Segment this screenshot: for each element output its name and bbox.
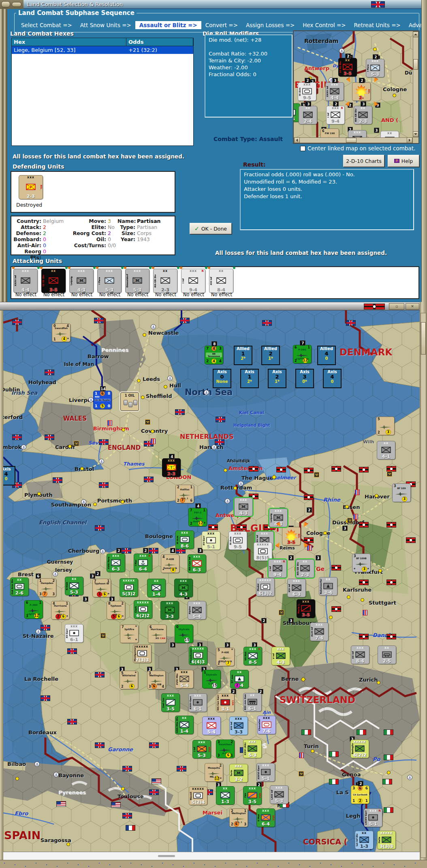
ground-unit-counter[interactable]: XXXXII Garr6-1 bbox=[65, 624, 83, 643]
air-unit-counter[interactable]: 6HurricaneXIICAN bbox=[148, 624, 167, 643]
ground-unit-counter[interactable]: XXXT2-3 bbox=[162, 458, 181, 477]
ground-unit-counter[interactable]: XXXI Para5-3 bbox=[97, 269, 122, 293]
map-close-button[interactable]: ✕ bbox=[406, 303, 419, 310]
ground-unit-counter[interactable]: XXXXX5(3)2 bbox=[120, 578, 138, 597]
center-map-checkbox[interactable] bbox=[300, 146, 305, 151]
attacking-unit-slot[interactable]: XXXI Para5-3No effect bbox=[97, 268, 123, 297]
attacking-unit-slot[interactable]: XXXI InfR9-4No effect bbox=[181, 268, 207, 297]
ground-unit-counter[interactable]: XXXM3-3 bbox=[160, 601, 179, 620]
ground-unit-counter[interactable]: XX1-3 bbox=[216, 786, 235, 805]
air-unit-counter[interactable]: 0Skytrain15 bbox=[175, 624, 193, 643]
side-info-box[interactable]: Allied40 bbox=[317, 346, 336, 365]
air-unit-counter[interactable]: 5*Whirlwind26 bbox=[120, 671, 138, 689]
subphase-step[interactable]: Att Snow Units => bbox=[76, 21, 135, 29]
ground-unit-counter[interactable]: XXXXXClark6(2)2 bbox=[134, 600, 152, 619]
ground-unit-counter[interactable]: XX bbox=[380, 131, 399, 137]
ground-unit-counter[interactable]: XXXXIV Inf6-3 bbox=[287, 579, 306, 597]
ground-unit-counter[interactable]: XXXIII Inf8-4 bbox=[209, 269, 233, 293]
hex-list-header[interactable]: Hex Odds bbox=[12, 38, 193, 46]
air-unit-counter[interactable]: 2MosquitoMk. VI*12 bbox=[205, 763, 223, 782]
ground-unit-counter[interactable]: XXXVII MotR8-5 bbox=[243, 647, 262, 665]
ground-unit-counter[interactable]: XXXI InfR9-4 bbox=[181, 269, 205, 293]
ground-unit-counter[interactable]: XX4th GB Div2-3 bbox=[354, 106, 372, 124]
ground-unit-counter[interactable]: XX1-4 bbox=[147, 579, 166, 597]
map-vscrollbar[interactable] bbox=[421, 313, 426, 858]
ground-unit-counter[interactable]: XXXXIII Inf3-3 bbox=[229, 716, 248, 735]
ground-unit-counter[interactable]: XX4th GB Div2-3 bbox=[153, 269, 177, 293]
side-info-box[interactable]: Allied12* bbox=[234, 346, 252, 365]
air-unit-counter[interactable]: 41HurricaneIID*26 bbox=[51, 601, 70, 620]
attacking-unit-slot[interactable]: XX4th GB Div2-3No effect bbox=[153, 268, 179, 297]
ground-unit-counter[interactable]: XXXXX8(5)5 bbox=[254, 542, 272, 561]
ground-unit-counter[interactable]: XXXM4-3 bbox=[234, 498, 253, 516]
ground-unit-counter[interactable]: XXXIII Arm9-5 bbox=[228, 531, 247, 550]
burning-hex-counter[interactable]: 3-5BEL bbox=[282, 527, 301, 545]
ship-unit-counter[interactable]: 743BB Tennessee244 bbox=[205, 346, 223, 364]
air-unit-counter[interactable]: 3Bf 1093 bbox=[392, 483, 411, 502]
ground-unit-counter[interactable]: XXXXXXVI Garr5-1 bbox=[256, 763, 275, 782]
ground-unit-counter[interactable]: XXXI InfR9-4 bbox=[326, 106, 345, 124]
air-unit-counter[interactable]: 3Bf 109B**3 bbox=[352, 554, 371, 572]
minimap-vscrollbar[interactable] bbox=[413, 31, 418, 137]
minimap-scroll-left-icon[interactable] bbox=[294, 137, 300, 143]
ground-unit-counter[interactable]: XXXXXMontgomery7(3)3 bbox=[133, 644, 152, 663]
ground-unit-counter[interactable]: XXXXXBadoglio4(2)2 bbox=[350, 740, 369, 758]
map-hslider[interactable] bbox=[158, 855, 175, 857]
air-unit-counter[interactable]: 1SkytrainC-4715 bbox=[202, 670, 221, 688]
ground-unit-counter[interactable]: XX2nd Arm Div2-6 bbox=[10, 577, 29, 596]
ground-unit-counter[interactable]: XXXI MarR6-4 bbox=[134, 554, 152, 572]
ground-unit-counter[interactable]: XX10 SS Div3-5 bbox=[41, 269, 66, 293]
attacking-unit-slot[interactable]: XX10 SS Div3-5No effect bbox=[41, 268, 67, 297]
ground-unit-counter[interactable]: XXXIII Arm9-5 bbox=[298, 82, 316, 101]
ground-unit-counter[interactable]: XXXI Para5-3 bbox=[366, 59, 384, 77]
ground-unit-counter[interactable]: XX57 mm2-42 bbox=[230, 670, 249, 688]
ground-unit-counter[interactable]: XXXIII Arm8-6 bbox=[175, 530, 194, 549]
map-restore-button[interactable]: ▫ bbox=[389, 303, 404, 310]
ground-unit-counter[interactable]: XXXXXItalia3(3)3 bbox=[377, 831, 396, 849]
air-unit-counter[interactable]: 61P-38GLightning212 bbox=[293, 345, 312, 363]
ground-unit-counter[interactable]: XXXII MotBRA6-4 bbox=[256, 808, 275, 827]
map-vslider[interactable] bbox=[421, 322, 426, 355]
ok-done-button[interactable]: ✓OK - Done bbox=[190, 223, 232, 234]
window-minimize-icon[interactable] bbox=[12, 2, 21, 7]
center-map-checkbox-row[interactable]: Center linked map on selected combat. bbox=[300, 145, 415, 152]
window-control-knobs[interactable] bbox=[0, 0, 23, 9]
attacking-unit-slot[interactable]: XXXXXXV Inf4-4No effect bbox=[13, 268, 39, 297]
side-info-box[interactable]: Axis12* bbox=[240, 369, 259, 388]
ground-unit-counter[interactable]: XXXXXVI (Alb)5-3 bbox=[243, 740, 262, 758]
ground-unit-counter[interactable]: XXXXVIII Para6-3 bbox=[107, 554, 125, 572]
side-info-box[interactable]: Allied21* bbox=[261, 346, 280, 365]
minimap-hscrollbar[interactable] bbox=[294, 137, 413, 143]
air-unit-counter[interactable]: 82TyphoonIB*56 bbox=[107, 601, 125, 620]
hex-column-header[interactable]: Hex bbox=[12, 38, 126, 46]
ground-unit-counter[interactable]: XXNebelwerfer3-4 bbox=[319, 577, 337, 596]
ground-unit-counter[interactable]: XXBritish5-3 bbox=[65, 577, 83, 595]
ground-unit-counter[interactable]: XXXXXEisenhower6(4)3 bbox=[189, 646, 207, 665]
charts-button[interactable]: 2-D-10 Charts bbox=[343, 155, 384, 167]
minimap-scroll-up-icon[interactable] bbox=[413, 32, 418, 37]
combat-hex-list[interactable]: Hex Odds Liege, Belgium [52, 33]+21 (32:… bbox=[11, 38, 194, 146]
burning-hex-counter[interactable]: 2-BEL bbox=[352, 82, 371, 101]
ground-unit-counter[interactable]: XXXInf bbox=[348, 130, 367, 137]
subphase-step[interactable]: Retreat Units => bbox=[350, 21, 405, 29]
ground-unit-counter[interactable]: XXXLXIX Inf5-3 bbox=[270, 785, 288, 804]
ground-unit-counter[interactable]: XXXXLIII Inf7-4 bbox=[310, 622, 329, 641]
map-window-title-bar[interactable]: ▫ ✕ bbox=[0, 302, 427, 310]
ground-unit-counter[interactable]: XXXXVIII Mtn5-4 bbox=[175, 670, 194, 688]
side-info-box[interactable]: Axis30* bbox=[295, 369, 314, 388]
ground-unit-counter[interactable]: XXXXXXII Garr6-1 bbox=[188, 693, 207, 712]
ground-unit-counter[interactable]: XXXXX Inf8-4 bbox=[351, 646, 369, 664]
minimap-hslider[interactable] bbox=[346, 138, 357, 143]
subphase-step[interactable]: Select Combat => bbox=[17, 21, 76, 29]
ground-unit-counter[interactable]: XXXLeipzigM4-3 bbox=[69, 269, 94, 293]
help-button[interactable]: ?Help bbox=[388, 155, 419, 167]
ground-unit-counter[interactable]: XXX6th Can GarrCAN3-1 bbox=[216, 693, 235, 712]
ground-unit-counter[interactable]: XXXXXModel6(3)2 bbox=[256, 578, 275, 596]
air-unit-counter[interactable]: 21WellingtonMk. I236 bbox=[229, 808, 248, 827]
ground-unit-counter[interactable]: XXXXXXV Inf4-4 bbox=[325, 82, 344, 101]
ground-unit-counter[interactable]: XX4th GB Div2-3 bbox=[296, 559, 314, 578]
air-unit-counter[interactable]: 5*P-40EKittyhawk27 bbox=[216, 648, 235, 666]
air-unit-counter[interactable]: 04Swordfish1*4 bbox=[52, 323, 70, 342]
ground-unit-counter[interactable]: XXXI InfBRA5-3 bbox=[192, 740, 211, 759]
ground-unit-counter[interactable]: XXXXV Garr5-1 bbox=[202, 531, 220, 550]
